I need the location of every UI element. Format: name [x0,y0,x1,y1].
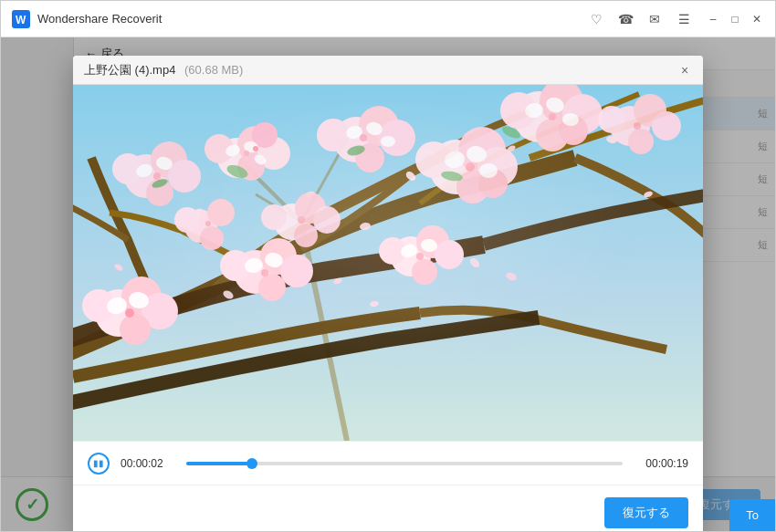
preview-filesize: (60.68 MB) [184,63,243,77]
recover-button[interactable]: 復元する [604,497,688,528]
progress-thumb[interactable] [246,458,257,469]
title-bar: W Wondershare Recoverit ♡ ☎ ✉ ☰ – □ ✕ [1,1,775,37]
title-bar-icons: ♡ ☎ ✉ ☰ [589,12,691,26]
preview-dialog: 上野公園 (4).mp4 (60.68 MB) × [73,56,703,532]
modal-overlay: 上野公園 (4).mp4 (60.68 MB) × [1,37,775,532]
person-icon[interactable]: ♡ [589,12,603,26]
svg-text:W: W [16,14,26,26]
preview-title: 上野公園 (4).mp4 (60.68 MB) [84,62,677,78]
app-window: W Wondershare Recoverit ♡ ☎ ✉ ☰ – □ ✕ ← … [0,0,776,532]
play-pause-button[interactable]: ▮▮ [88,453,110,475]
progress-fill [186,462,252,465]
maximize-button[interactable]: □ [728,12,742,26]
dialog-footer: 復元する [73,485,703,532]
menu-icon[interactable]: ☰ [676,12,691,26]
preview-filename: 上野公園 (4).mp4 [84,63,175,77]
window-controls: – □ ✕ [706,12,764,26]
preview-title-bar: 上野公園 (4).mp4 (60.68 MB) × [73,56,703,85]
recover-to-button[interactable]: To [729,499,775,531]
total-time: 00:00:19 [634,457,688,470]
video-controls: ▮▮ 00:00:02 00:00:19 [73,441,703,485]
main-content: ← 戻る 名前 上 短 上 短 [1,37,775,532]
video-preview-area [73,85,703,441]
pause-icon: ▮▮ [93,458,104,468]
preview-close-button[interactable]: × [677,63,692,78]
app-logo: W [12,10,30,28]
current-time: 00:00:02 [121,457,175,470]
video-frame [73,85,703,441]
video-progress-bar[interactable] [186,462,623,465]
svg-rect-109 [73,85,703,441]
app-title: Wondershare Recoverit [37,12,589,26]
close-button[interactable]: ✕ [750,12,764,26]
mail-icon[interactable]: ✉ [647,12,662,26]
headset-icon[interactable]: ☎ [618,12,633,26]
minimize-button[interactable]: – [706,12,720,26]
cherry-blossom-svg [73,85,703,441]
